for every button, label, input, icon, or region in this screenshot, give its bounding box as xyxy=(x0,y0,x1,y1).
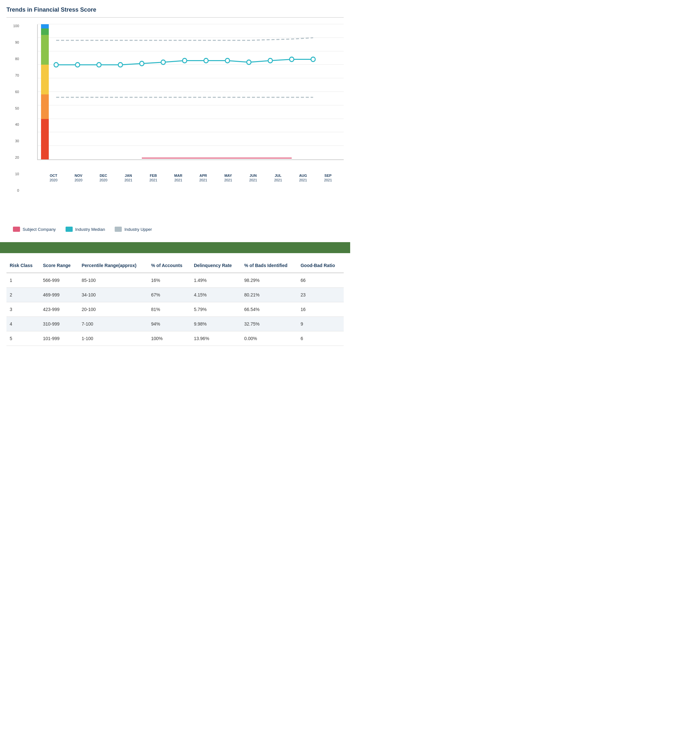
table-cell-4-6: 6 xyxy=(297,331,344,346)
col-header-good-bad: Good-Bad Ratio xyxy=(297,258,344,273)
teal-point-1 xyxy=(75,62,79,67)
table-row: 5101-9991-100100%13.96%0.00%6 xyxy=(6,331,344,346)
x-label-jan: JAN2021 xyxy=(119,174,138,182)
table-cell-4-0: 5 xyxy=(6,331,40,346)
x-label-may: MAY2021 xyxy=(218,174,238,182)
y-axis: 0 10 20 30 40 50 60 70 80 90 100 xyxy=(6,24,21,192)
industry-median-label: Industry Median xyxy=(75,227,105,232)
industry-upper-swatch xyxy=(115,227,122,232)
legend-industry-median: Industry Median xyxy=(66,227,105,232)
x-label-oct: OCT2020 xyxy=(44,174,63,182)
chart-container: 0 10 20 30 40 50 60 70 80 90 100 xyxy=(6,24,344,192)
table-row: 2469-99934-10067%4.15%80.21%23 xyxy=(6,288,344,302)
table-cell-0-0: 1 xyxy=(6,273,40,288)
x-label-apr: APR2021 xyxy=(193,174,213,182)
table-cell-1-2: 34-100 xyxy=(79,288,148,302)
table-cell-1-6: 23 xyxy=(297,288,344,302)
industry-upper-line xyxy=(56,38,313,40)
table-cell-0-4: 1.49% xyxy=(191,273,241,288)
chart-area: OCT2020 NOV2020 DEC2020 JAN2021 FEB2021 … xyxy=(37,24,344,160)
teal-point-12 xyxy=(311,57,315,62)
legend-industry-upper: Industry Upper xyxy=(115,227,152,232)
x-label-sep: SEP2021 xyxy=(318,174,338,182)
teal-point-10 xyxy=(268,58,272,63)
table-row: 3423-99920-10081%5.79%66.54%16 xyxy=(6,302,344,317)
table-cell-1-1: 469-999 xyxy=(40,288,79,302)
x-label-feb: FEB2021 xyxy=(144,174,163,182)
green-divider xyxy=(0,242,350,253)
page-title: Trends in Financial Stress Score xyxy=(6,6,344,18)
table-row: 1566-99985-10016%1.49%98.29%66 xyxy=(6,273,344,288)
teal-point-2 xyxy=(97,62,101,67)
x-axis: OCT2020 NOV2020 DEC2020 JAN2021 FEB2021 … xyxy=(38,174,344,182)
table-cell-2-5: 66.54% xyxy=(241,302,297,317)
table-cell-1-5: 80.21% xyxy=(241,288,297,302)
legend-subject-company: Subject Company xyxy=(13,227,56,232)
col-header-percentile: Percentile Range(approx) xyxy=(79,258,148,273)
teal-point-3 xyxy=(118,62,122,67)
table-cell-1-3: 67% xyxy=(148,288,191,302)
table-cell-2-2: 20-100 xyxy=(79,302,148,317)
table-cell-3-6: 9 xyxy=(297,317,344,331)
table-cell-2-1: 423-999 xyxy=(40,302,79,317)
x-label-nov: NOV2020 xyxy=(69,174,88,182)
col-header-pct-bads: % of Bads Identified xyxy=(241,258,297,273)
table-cell-4-3: 100% xyxy=(148,331,191,346)
table-cell-4-2: 1-100 xyxy=(79,331,148,346)
x-label-aug: AUG2021 xyxy=(293,174,313,182)
table-cell-4-5: 0.00% xyxy=(241,331,297,346)
table-cell-1-4: 4.15% xyxy=(191,288,241,302)
teal-point-11 xyxy=(290,57,294,62)
table-cell-1-0: 2 xyxy=(6,288,40,302)
subject-company-swatch xyxy=(13,227,20,232)
table-cell-3-3: 94% xyxy=(148,317,191,331)
subject-company-label: Subject Company xyxy=(23,227,56,232)
table-cell-0-2: 85-100 xyxy=(79,273,148,288)
chart-svg xyxy=(38,24,344,159)
table-cell-3-4: 9.98% xyxy=(191,317,241,331)
table-cell-0-5: 98.29% xyxy=(241,273,297,288)
industry-upper-label: Industry Upper xyxy=(124,227,152,232)
table-cell-2-3: 81% xyxy=(148,302,191,317)
col-header-pct-accounts: % of Accounts xyxy=(148,258,191,273)
table-cell-4-4: 13.96% xyxy=(191,331,241,346)
table-cell-2-6: 16 xyxy=(297,302,344,317)
teal-point-9 xyxy=(247,60,251,64)
table-cell-4-1: 101-999 xyxy=(40,331,79,346)
industry-median-swatch xyxy=(66,227,73,232)
teal-point-6 xyxy=(182,58,187,63)
table-cell-0-3: 16% xyxy=(148,273,191,288)
col-header-delinquency: Delinquency Rate xyxy=(191,258,241,273)
col-header-score-range: Score Range xyxy=(40,258,79,273)
table-cell-3-1: 310-999 xyxy=(40,317,79,331)
legend: Subject Company Industry Median Industry… xyxy=(6,221,344,237)
x-label-dec: DEC2020 xyxy=(94,174,113,182)
table-cell-2-4: 5.79% xyxy=(191,302,241,317)
table-cell-0-1: 566-999 xyxy=(40,273,79,288)
teal-point-7 xyxy=(204,58,208,63)
table-row: 4310-9997-10094%9.98%32.75%9 xyxy=(6,317,344,331)
teal-point-0 xyxy=(54,62,58,67)
table-cell-3-2: 7-100 xyxy=(79,317,148,331)
teal-point-5 xyxy=(161,60,165,64)
x-label-jul: JUL2021 xyxy=(268,174,288,182)
x-label-mar: MAR2021 xyxy=(169,174,188,182)
data-table: Risk Class Score Range Percentile Range(… xyxy=(6,258,344,346)
table-cell-3-0: 4 xyxy=(6,317,40,331)
teal-point-8 xyxy=(225,58,230,63)
table-cell-0-6: 66 xyxy=(297,273,344,288)
table-cell-2-0: 3 xyxy=(6,302,40,317)
col-header-risk-class: Risk Class xyxy=(6,258,40,273)
x-label-jun: JUN2021 xyxy=(244,174,263,182)
teal-point-4 xyxy=(140,61,144,66)
table-cell-3-5: 32.75% xyxy=(241,317,297,331)
